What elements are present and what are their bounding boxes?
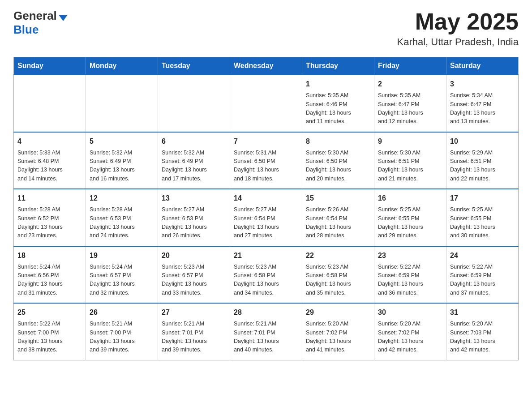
day-info: Sunrise: 5:31 AMSunset: 6:50 PMDaylight:… <box>234 149 298 184</box>
day-number: 6 <box>162 136 226 147</box>
day-number: 18 <box>17 250 82 261</box>
calendar-cell: 18Sunrise: 5:24 AMSunset: 6:56 PMDayligh… <box>14 246 86 304</box>
day-info: Sunrise: 5:21 AMSunset: 7:01 PMDaylight:… <box>234 320 298 355</box>
day-info: Sunrise: 5:33 AMSunset: 6:48 PMDaylight:… <box>17 149 82 184</box>
day-number: 7 <box>234 136 298 147</box>
day-info: Sunrise: 5:24 AMSunset: 6:57 PMDaylight:… <box>90 263 154 298</box>
day-number: 16 <box>378 193 442 204</box>
weekday-header-wednesday: Wednesday <box>230 57 302 75</box>
calendar-cell: 30Sunrise: 5:20 AMSunset: 7:02 PMDayligh… <box>374 303 446 360</box>
day-number: 21 <box>234 250 298 261</box>
logo: General Blue <box>13 9 68 37</box>
day-number: 1 <box>306 79 370 90</box>
day-info: Sunrise: 5:25 AMSunset: 6:55 PMDaylight:… <box>378 206 442 240</box>
calendar-header-row: SundayMondayTuesdayWednesdayThursdayFrid… <box>14 57 519 75</box>
title-section: May 2025 Karhal, Uttar Pradesh, India <box>397 9 519 48</box>
calendar-cell: 10Sunrise: 5:29 AMSunset: 6:51 PMDayligh… <box>446 132 519 189</box>
day-info: Sunrise: 5:35 AMSunset: 6:46 PMDaylight:… <box>306 91 370 126</box>
day-number: 15 <box>306 193 370 204</box>
calendar-cell: 25Sunrise: 5:22 AMSunset: 7:00 PMDayligh… <box>14 303 86 360</box>
calendar-cell: 20Sunrise: 5:23 AMSunset: 6:57 PMDayligh… <box>158 246 230 304</box>
day-number: 24 <box>450 250 515 261</box>
day-info: Sunrise: 5:32 AMSunset: 6:49 PMDaylight:… <box>162 149 226 184</box>
day-number: 31 <box>450 307 515 318</box>
day-info: Sunrise: 5:20 AMSunset: 7:02 PMDaylight:… <box>306 320 370 355</box>
calendar-cell <box>14 75 86 132</box>
day-number: 20 <box>162 250 226 261</box>
day-info: Sunrise: 5:30 AMSunset: 6:50 PMDaylight:… <box>306 149 370 184</box>
day-number: 10 <box>450 136 515 147</box>
calendar-cell: 29Sunrise: 5:20 AMSunset: 7:02 PMDayligh… <box>302 303 374 360</box>
weekday-header-sunday: Sunday <box>14 57 86 75</box>
calendar-cell: 31Sunrise: 5:20 AMSunset: 7:03 PMDayligh… <box>446 303 519 360</box>
day-info: Sunrise: 5:28 AMSunset: 6:52 PMDaylight:… <box>17 206 82 240</box>
day-info: Sunrise: 5:32 AMSunset: 6:49 PMDaylight:… <box>90 149 154 184</box>
day-number: 29 <box>306 307 370 318</box>
calendar-cell: 3Sunrise: 5:34 AMSunset: 6:47 PMDaylight… <box>446 75 519 132</box>
calendar-week-row: 18Sunrise: 5:24 AMSunset: 6:56 PMDayligh… <box>14 246 519 304</box>
weekday-header-thursday: Thursday <box>302 57 374 75</box>
calendar-cell: 23Sunrise: 5:22 AMSunset: 6:59 PMDayligh… <box>374 246 446 304</box>
calendar-cell: 15Sunrise: 5:26 AMSunset: 6:54 PMDayligh… <box>302 189 374 246</box>
day-info: Sunrise: 5:23 AMSunset: 6:58 PMDaylight:… <box>234 263 298 298</box>
day-info: Sunrise: 5:22 AMSunset: 6:59 PMDaylight:… <box>378 263 442 298</box>
day-number: 5 <box>90 136 154 147</box>
logo-triangle-icon <box>59 15 68 21</box>
day-number: 26 <box>90 307 154 318</box>
calendar-cell <box>230 75 302 132</box>
day-info: Sunrise: 5:22 AMSunset: 7:00 PMDaylight:… <box>17 320 82 355</box>
calendar-cell: 28Sunrise: 5:21 AMSunset: 7:01 PMDayligh… <box>230 303 302 360</box>
day-number: 14 <box>234 193 298 204</box>
calendar-cell <box>158 75 230 132</box>
calendar-cell: 12Sunrise: 5:28 AMSunset: 6:53 PMDayligh… <box>86 189 158 246</box>
day-number: 13 <box>162 193 226 204</box>
calendar-cell: 27Sunrise: 5:21 AMSunset: 7:01 PMDayligh… <box>158 303 230 360</box>
day-info: Sunrise: 5:28 AMSunset: 6:53 PMDaylight:… <box>90 206 154 240</box>
calendar-week-row: 4Sunrise: 5:33 AMSunset: 6:48 PMDaylight… <box>14 132 519 189</box>
calendar-cell: 11Sunrise: 5:28 AMSunset: 6:52 PMDayligh… <box>14 189 86 246</box>
calendar-cell: 17Sunrise: 5:25 AMSunset: 6:55 PMDayligh… <box>446 189 519 246</box>
day-info: Sunrise: 5:27 AMSunset: 6:53 PMDaylight:… <box>162 206 226 240</box>
day-number: 9 <box>378 136 442 147</box>
calendar-cell: 7Sunrise: 5:31 AMSunset: 6:50 PMDaylight… <box>230 132 302 189</box>
day-number: 2 <box>378 79 442 90</box>
day-info: Sunrise: 5:24 AMSunset: 6:56 PMDaylight:… <box>17 263 82 298</box>
logo-blue-text: Blue <box>13 23 39 37</box>
day-info: Sunrise: 5:29 AMSunset: 6:51 PMDaylight:… <box>450 149 515 184</box>
calendar-cell: 22Sunrise: 5:23 AMSunset: 6:58 PMDayligh… <box>302 246 374 304</box>
location-title: Karhal, Uttar Pradesh, India <box>397 36 519 48</box>
day-info: Sunrise: 5:23 AMSunset: 6:57 PMDaylight:… <box>162 263 226 298</box>
calendar-cell <box>86 75 158 132</box>
calendar-week-row: 1Sunrise: 5:35 AMSunset: 6:46 PMDaylight… <box>14 75 519 132</box>
month-title: May 2025 <box>397 9 519 34</box>
day-number: 30 <box>378 307 442 318</box>
weekday-header-tuesday: Tuesday <box>158 57 230 75</box>
day-number: 12 <box>90 193 154 204</box>
day-number: 19 <box>90 250 154 261</box>
calendar-cell: 8Sunrise: 5:30 AMSunset: 6:50 PMDaylight… <box>302 132 374 189</box>
calendar-cell: 14Sunrise: 5:27 AMSunset: 6:54 PMDayligh… <box>230 189 302 246</box>
day-number: 25 <box>17 307 82 318</box>
page-header: General Blue May 2025 Karhal, Uttar Prad… <box>13 9 519 48</box>
calendar-cell: 5Sunrise: 5:32 AMSunset: 6:49 PMDaylight… <box>86 132 158 189</box>
weekday-header-monday: Monday <box>86 57 158 75</box>
day-info: Sunrise: 5:26 AMSunset: 6:54 PMDaylight:… <box>306 206 370 240</box>
logo-wordmark: General Blue <box>13 9 68 37</box>
day-info: Sunrise: 5:21 AMSunset: 7:01 PMDaylight:… <box>162 320 226 355</box>
day-info: Sunrise: 5:23 AMSunset: 6:58 PMDaylight:… <box>306 263 370 298</box>
day-number: 11 <box>17 193 82 204</box>
logo-general-text: General <box>13 9 57 23</box>
calendar-cell: 21Sunrise: 5:23 AMSunset: 6:58 PMDayligh… <box>230 246 302 304</box>
calendar-cell: 6Sunrise: 5:32 AMSunset: 6:49 PMDaylight… <box>158 132 230 189</box>
calendar-cell: 26Sunrise: 5:21 AMSunset: 7:00 PMDayligh… <box>86 303 158 360</box>
day-info: Sunrise: 5:20 AMSunset: 7:03 PMDaylight:… <box>450 320 515 355</box>
day-number: 17 <box>450 193 515 204</box>
day-number: 8 <box>306 136 370 147</box>
calendar-cell: 4Sunrise: 5:33 AMSunset: 6:48 PMDaylight… <box>14 132 86 189</box>
day-info: Sunrise: 5:34 AMSunset: 6:47 PMDaylight:… <box>450 91 515 126</box>
calendar-cell: 13Sunrise: 5:27 AMSunset: 6:53 PMDayligh… <box>158 189 230 246</box>
day-number: 23 <box>378 250 442 261</box>
day-info: Sunrise: 5:20 AMSunset: 7:02 PMDaylight:… <box>378 320 442 355</box>
calendar-cell: 9Sunrise: 5:30 AMSunset: 6:51 PMDaylight… <box>374 132 446 189</box>
day-number: 28 <box>234 307 298 318</box>
